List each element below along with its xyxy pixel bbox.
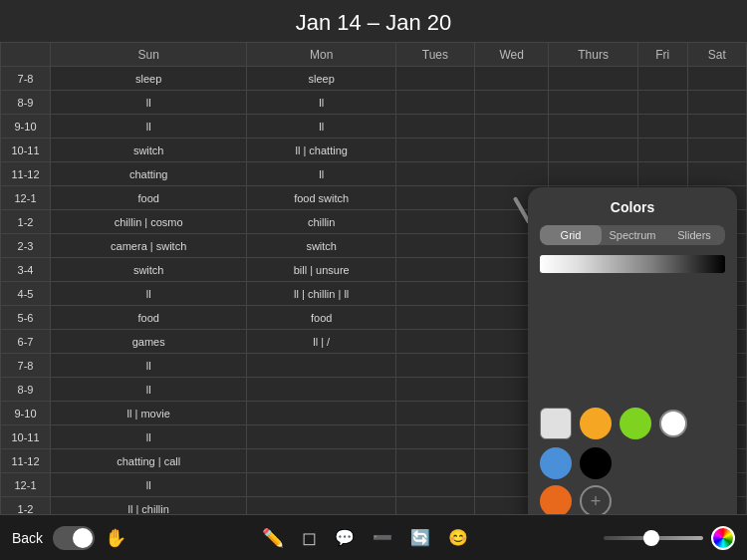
cell-tues xyxy=(395,210,474,234)
cell-time: 4-5 xyxy=(1,282,51,306)
stamp-icon[interactable]: 🔄 xyxy=(410,528,430,547)
cell-sun: ll xyxy=(51,378,247,402)
cell-thurs xyxy=(549,67,637,91)
cell-time: 11-12 xyxy=(1,162,51,186)
cell-sun: chillin | cosmo xyxy=(51,210,247,234)
hand-icon[interactable]: ✋ xyxy=(105,527,126,549)
cell-mon xyxy=(247,449,396,473)
swatch-add-button[interactable]: + xyxy=(580,485,612,517)
cell-sun: ll xyxy=(51,473,247,497)
table-row: 11-12chattingll xyxy=(1,162,747,186)
cell-sun: food xyxy=(51,306,247,330)
size-slider[interactable] xyxy=(604,536,703,540)
cell-mon: ll | chatting xyxy=(247,139,396,162)
tool-toggle[interactable] xyxy=(53,526,95,550)
cell-tues xyxy=(395,139,474,162)
cell-sun: ll xyxy=(51,91,247,115)
col-tues: Tues xyxy=(395,43,474,67)
cell-mon xyxy=(247,425,396,449)
col-sun: Sun xyxy=(51,43,247,67)
cell-sun: ll xyxy=(51,115,247,139)
cell-mon: food xyxy=(247,306,396,330)
cell-time: 8-9 xyxy=(1,91,51,115)
cell-sun: ll xyxy=(51,282,247,306)
cell-time: 2-3 xyxy=(1,234,51,258)
cell-sat xyxy=(687,115,746,139)
swatch-white[interactable] xyxy=(540,408,572,439)
eraser-tool-icon[interactable]: ◻ xyxy=(302,527,317,549)
cell-tues xyxy=(395,330,474,354)
col-time xyxy=(1,43,51,67)
toolbar-left: Back ✋ xyxy=(12,526,126,550)
cell-tues xyxy=(395,354,474,378)
calendar-header-row: Sun Mon Tues Wed Thurs Fri Sat xyxy=(1,43,747,67)
cell-sat xyxy=(687,162,746,186)
toolbar-right xyxy=(604,526,735,550)
tab-grid[interactable]: Grid xyxy=(540,225,602,245)
cell-time: 5-6 xyxy=(1,306,51,330)
cell-time: 8-9 xyxy=(1,378,51,402)
col-sat: Sat xyxy=(687,43,746,67)
lasso-icon[interactable]: 💬 xyxy=(335,528,355,547)
calendar-header: Jan 14 – Jan 20 xyxy=(0,0,747,42)
tab-sliders[interactable]: Sliders xyxy=(663,225,725,245)
swatch-blue[interactable] xyxy=(540,447,572,479)
col-thurs: Thurs xyxy=(549,43,637,67)
cell-time: 11-12 xyxy=(1,449,51,473)
toolbar: Back ✋ ✏️ ◻ 💬 ➖ 🔄 😊 xyxy=(0,514,747,560)
cell-time: 1-2 xyxy=(1,210,51,234)
cell-sun: ll xyxy=(51,354,247,378)
swatches-row2: + xyxy=(540,485,725,517)
pencil-tool-icon[interactable]: ✏️ xyxy=(262,527,284,549)
swatch-rust[interactable] xyxy=(540,485,572,517)
cell-wed xyxy=(474,139,549,162)
cell-time: 7-8 xyxy=(1,354,51,378)
swatch-black[interactable] xyxy=(580,447,612,479)
cell-time: 3-4 xyxy=(1,258,51,282)
colors-panel: Colors Grid Spectrum Sliders + xyxy=(528,187,737,529)
cell-time: 12-1 xyxy=(1,473,51,497)
cell-sun: games xyxy=(51,330,247,354)
cell-mon: switch xyxy=(247,234,396,258)
cell-mon: ll xyxy=(247,91,396,115)
color-spectrum-grid[interactable] xyxy=(540,283,725,398)
back-button[interactable]: Back xyxy=(12,530,43,546)
cell-wed xyxy=(474,115,549,139)
swatch-green[interactable] xyxy=(620,408,651,439)
cell-mon: bill | unsure xyxy=(247,258,396,282)
color-wheel-button[interactable] xyxy=(711,526,735,550)
cell-tues xyxy=(395,306,474,330)
cell-mon: ll xyxy=(247,115,396,139)
cell-fri xyxy=(637,162,687,186)
cell-sun: ll | movie xyxy=(51,402,247,425)
cell-thurs xyxy=(549,139,637,162)
cell-tues xyxy=(395,162,474,186)
cell-sun: food xyxy=(51,186,247,210)
cell-fri xyxy=(637,67,687,91)
col-mon: Mon xyxy=(247,43,396,67)
cell-fri xyxy=(637,115,687,139)
cell-mon: ll | / xyxy=(247,330,396,354)
cell-mon: food switch xyxy=(247,186,396,210)
toolbar-center: ✏️ ◻ 💬 ➖ 🔄 😊 xyxy=(262,527,468,549)
cell-time: 10-11 xyxy=(1,425,51,449)
emoji-icon[interactable]: 😊 xyxy=(448,528,468,547)
tab-spectrum[interactable]: Spectrum xyxy=(602,225,663,245)
cell-sun: chatting xyxy=(51,162,247,186)
marker-icon[interactable]: ➖ xyxy=(373,528,392,547)
swatch-orange[interactable] xyxy=(580,408,612,439)
cell-fri xyxy=(637,139,687,162)
cell-time: 7-8 xyxy=(1,67,51,91)
table-row: 8-9llll xyxy=(1,91,747,115)
cell-mon: ll xyxy=(247,162,396,186)
cell-wed xyxy=(474,162,549,186)
grayscale-row xyxy=(540,255,725,273)
cell-thurs xyxy=(549,162,637,186)
cell-time: 12-1 xyxy=(1,186,51,210)
panel-tabs: Grid Spectrum Sliders xyxy=(540,225,725,245)
swatch-white-circle[interactable] xyxy=(659,410,687,437)
cell-sun: ll xyxy=(51,425,247,449)
cell-tues xyxy=(395,378,474,402)
cell-mon xyxy=(247,354,396,378)
cell-sun: sleep xyxy=(51,67,247,91)
